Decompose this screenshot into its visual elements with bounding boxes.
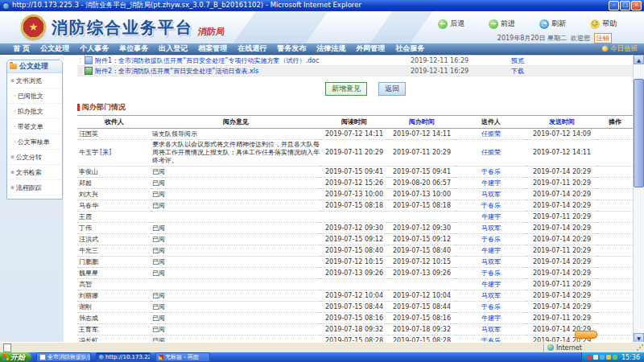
- sidebar-item[interactable]: 文书检索: [7, 165, 62, 180]
- help-button[interactable]: ☺ 帮助: [590, 19, 617, 29]
- sender-link[interactable]: 任振荣: [481, 130, 501, 138]
- nav-item[interactable]: 警务发布: [277, 43, 306, 54]
- column-header[interactable]: 操作: [597, 116, 633, 129]
- tray-icon[interactable]: [587, 355, 592, 360]
- sidebar-item-label[interactable]: 流程跟踪: [16, 183, 42, 192]
- window-titlebar[interactable]: http://10.173.225.3 - 消防业务平台_消防局(pt.zhyw…: [0, 0, 644, 11]
- tray-icon[interactable]: [606, 355, 611, 360]
- column-header[interactable]: 送件人: [456, 116, 526, 129]
- sidebar-item-label[interactable]: 公文审核单: [18, 138, 50, 146]
- sidebar-item[interactable]: 文书浏览: [7, 73, 62, 88]
- nav-item[interactable]: 个人事务: [80, 43, 109, 54]
- sidebar-item-label[interactable]: 已阅批文: [18, 92, 43, 101]
- tray-icon[interactable]: [600, 355, 605, 360]
- recipient-cell: 汪国英: [77, 129, 151, 140]
- attachment-action-link[interactable]: 下载: [511, 68, 524, 75]
- opinion-cell: 已阅: [151, 290, 320, 302]
- sender-link[interactable]: 于春乐: [481, 303, 501, 311]
- vertical-scrollbar[interactable]: ▲ ▼: [633, 55, 644, 343]
- taskbar-task-paint[interactable]: 无标题 - 画图: [155, 352, 210, 362]
- sidebar-item-label[interactable]: 公文分转: [16, 153, 42, 162]
- taskbar-task-word[interactable]: 全市消防救援队伍开展“百日安全…: [36, 352, 91, 362]
- sender-link[interactable]: 于春乐: [481, 269, 501, 277]
- column-header[interactable]: 阅读时间: [320, 116, 388, 129]
- sender-link[interactable]: 马双军: [481, 292, 501, 299]
- sidebar-item[interactable]: 已阅批文: [7, 88, 62, 104]
- nav-item[interactable]: 法律法规: [316, 43, 345, 54]
- main-nav: 今日值班 首 页公文处理个人事务单位事务出入登记档案管理在线通行警务发布法律法规…: [0, 43, 644, 55]
- sender-link[interactable]: 牛建宇: [481, 247, 501, 254]
- sidebar-item[interactable]: 流程跟踪: [7, 180, 62, 195]
- start-button[interactable]: 开始: [0, 352, 31, 362]
- sender-link[interactable]: 马双军: [481, 191, 501, 198]
- action-cell: [597, 223, 633, 234]
- sender-link[interactable]: 于春乐: [481, 236, 501, 243]
- recipient-cell: 马春华: [77, 200, 151, 212]
- read-time-cell: 2019-07-13 10:00: [320, 189, 388, 200]
- forward-arrow-icon: →: [489, 19, 498, 29]
- maximize-button[interactable]: □: [620, 1, 630, 10]
- sender-link[interactable]: 马双军: [481, 258, 501, 265]
- opinion-cell: [151, 279, 320, 290]
- app-title: 消防综合业务平台: [52, 17, 193, 39]
- logout-link[interactable]: 注销: [594, 33, 612, 43]
- scrollbar-thumb[interactable]: [634, 79, 644, 187]
- nav-item[interactable]: 单位事务: [119, 43, 148, 54]
- refresh-button[interactable]: ◔ 刷新: [539, 19, 566, 29]
- recipient-name: 郑超: [79, 179, 92, 187]
- close-button[interactable]: ×: [631, 1, 642, 10]
- sender-link[interactable]: 牛建宇: [481, 179, 501, 187]
- sidebar-item[interactable]: 带签文单: [7, 119, 62, 134]
- sender-link[interactable]: 牛建宇: [481, 213, 501, 220]
- scroll-up-arrow[interactable]: ▲: [634, 55, 644, 64]
- nav-item[interactable]: 外网管理: [356, 43, 385, 54]
- sender-link[interactable]: 马双军: [481, 224, 501, 232]
- floating-badge[interactable]: [575, 331, 597, 339]
- tray-icon[interactable]: [613, 355, 617, 360]
- attachment-link[interactable]: 附件2：全市消防队伍开展“百日安全处理”活动日查表.xls: [95, 68, 258, 75]
- nav-item[interactable]: 在线通行: [237, 43, 266, 54]
- button-row: 新增意见 返回: [325, 82, 634, 96]
- column-header[interactable]: 阅办意见: [151, 116, 320, 129]
- duty-link[interactable]: 今日值班: [602, 44, 638, 54]
- sidebar-item[interactable]: 公文分转: [7, 150, 62, 165]
- add-opinion-button[interactable]: 新增意见: [325, 82, 367, 96]
- nav-item[interactable]: 出入登记: [159, 43, 188, 54]
- column-header[interactable]: 发送时间: [526, 116, 597, 129]
- table-row: 刘丽娜 已阅 2019-07-12 10:04 2019-07-12 10:04…: [77, 290, 633, 302]
- column-header[interactable]: 收件人: [77, 116, 151, 129]
- sidebar-header: 公文处理: [7, 60, 62, 73]
- back-button[interactable]: ← 后退: [438, 19, 464, 29]
- nav-item[interactable]: 档案管理: [198, 43, 227, 54]
- read-time-cell: 2019-07-11 20:29: [320, 140, 388, 167]
- sidebar-item-label[interactable]: 拟办批文: [18, 107, 43, 116]
- return-button[interactable]: 返回: [378, 82, 406, 96]
- sidebar-item-label[interactable]: 文书浏览: [16, 76, 42, 85]
- resize-grip[interactable]: [636, 343, 644, 352]
- sender-link[interactable]: 于春乐: [481, 168, 501, 175]
- handle-time-cell: 2019-07-13 10:00: [388, 189, 456, 200]
- sender-link[interactable]: 马双军: [481, 326, 501, 333]
- attachment-link[interactable]: 附件1：全市消防救援队伍开展“百日安全处理”专项行动实施方案（试行）.doc: [95, 57, 319, 64]
- minimize-button[interactable]: –: [609, 1, 619, 10]
- sender-link[interactable]: 任振荣: [481, 149, 501, 156]
- nav-item[interactable]: 公文处理: [40, 43, 69, 54]
- attachment-action-link[interactable]: 预览: [511, 57, 524, 64]
- tray-icon[interactable]: [593, 355, 598, 360]
- sender-link[interactable]: 牛建宇: [481, 315, 501, 322]
- sender-link[interactable]: 于春乐: [481, 202, 501, 209]
- main-panel: ⋮ 附件1：全市消防救援队伍开展“百日安全处理”专项行动实施方案（试行）.doc…: [64, 55, 634, 343]
- nav-item[interactable]: 首 页: [13, 43, 30, 54]
- sender-link[interactable]: 牛建宇: [481, 281, 501, 288]
- column-header[interactable]: 阅办时间: [388, 116, 456, 129]
- sidebar-item[interactable]: 拟办批文: [7, 104, 62, 119]
- sidebar-item-label[interactable]: 文书检索: [16, 168, 42, 177]
- taskbar-task-ie[interactable]: http://10.173.225.3 - 消防…: [96, 352, 151, 362]
- taskbar-clock[interactable]: 15:36: [621, 354, 640, 361]
- sidebar-item[interactable]: 公文审核单: [7, 134, 62, 150]
- sender-cell: 牛建宇: [456, 279, 526, 290]
- forward-button[interactable]: → 前进: [489, 19, 515, 29]
- sidebar-item-label[interactable]: 带签文单: [18, 122, 43, 131]
- send-time-cell: 2019-07-14 20:29: [526, 223, 597, 234]
- nav-item[interactable]: 社会服务: [395, 43, 424, 54]
